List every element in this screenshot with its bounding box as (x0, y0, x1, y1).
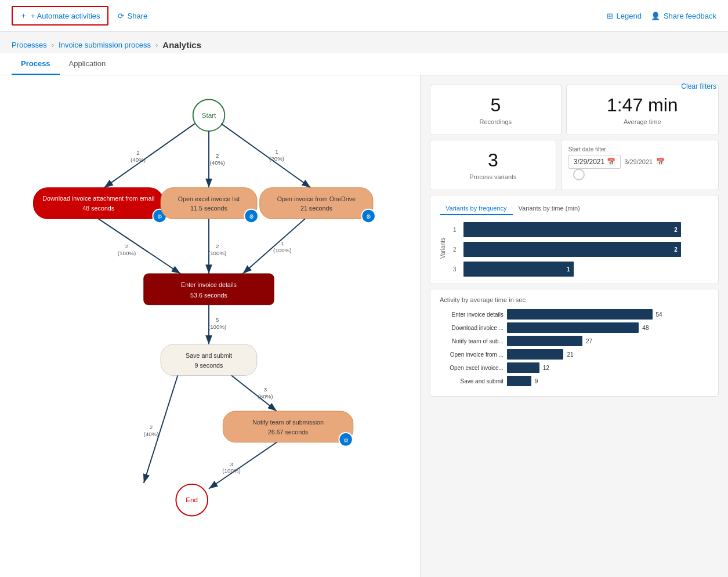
date-filter-card: Start date filter 3/29/2021 📅 3/29/2021 … (561, 140, 719, 190)
activity-label-3: Open invoice from ... (440, 351, 504, 358)
excel-time: 11.5 seconds (190, 205, 227, 212)
edge-label-start-download: 2 (136, 150, 139, 156)
variants-chart: Variants 1 2 2 2 (440, 222, 709, 277)
activity-bar-3 (507, 349, 563, 360)
bar-label-3: 3 (453, 266, 460, 273)
save-submit-label: Save and submit (186, 352, 232, 359)
download-time: 48 seconds (82, 205, 114, 212)
variants-value: 3 (442, 150, 544, 171)
activity-bar-4 (507, 362, 539, 373)
enter-details-time: 53.6 seconds (190, 292, 227, 299)
notify-node (223, 411, 353, 442)
edge-start-onedrive (221, 124, 310, 187)
activity-value-2: 27 (586, 338, 597, 344)
activity-bar-5 (507, 376, 531, 386)
activity-row-1: Download invoice ... 48 (440, 322, 709, 333)
enter-details-node (144, 274, 274, 305)
onedrive-label: Open invoice from OneDrive (277, 195, 356, 202)
legend-label: Legend (617, 12, 642, 20)
date-filter-label: Start date filter (568, 146, 711, 153)
breadcrumb-process-name[interactable]: Invoice submission process (59, 41, 151, 49)
activity-row-2: Notify team of sub... 27 (440, 336, 709, 346)
tab-process[interactable]: Process (12, 53, 60, 75)
clear-filters-button[interactable]: Clear filters (681, 82, 716, 90)
activity-chart-title: Activity by average time in sec (440, 296, 709, 303)
open-excel-node (161, 188, 257, 219)
edge-pct-enter-save: (100%) (208, 324, 226, 330)
activity-label-4: Open excel invoice... (440, 365, 504, 371)
edge-pct-notify-end: (100%) (222, 467, 240, 474)
recordings-value: 5 (442, 95, 549, 116)
edge-label-excel-enter: 2 (216, 243, 219, 249)
edge-label-start-onedrive: 1 (275, 148, 278, 155)
bar-value-3: 1 (567, 266, 570, 273)
activity-value-1: 48 (642, 325, 654, 331)
download-node (34, 188, 164, 219)
activity-value-0: 54 (656, 311, 668, 318)
feedback-icon: 👤 (651, 12, 660, 20)
breadcrumb: Processes › Invoice submission process ›… (0, 32, 728, 53)
onedrive-node (260, 188, 373, 219)
bar-value-1: 2 (674, 227, 678, 233)
date-from[interactable]: 3/29/2021 📅 (568, 155, 621, 169)
variants-section: Variants by frequency Variants by time (… (430, 195, 719, 284)
onedrive-time: 21 seconds (300, 205, 332, 212)
bar-value-2: 2 (674, 246, 678, 253)
download-icon: ⚙ (157, 213, 162, 220)
activity-row-3: Open invoice from ... 21 (440, 349, 709, 360)
date-separator: 3/29/2021 (624, 158, 653, 165)
legend-icon: ⊞ (607, 12, 613, 20)
date-from-value: 3/29/2021 (574, 158, 604, 166)
recordings-card: 5 Recordings (430, 85, 562, 135)
activity-row-0: Enter invoice details 54 (440, 309, 709, 320)
edge-pct-start-download: (40%) (131, 157, 146, 163)
bar-2: 2 (463, 242, 681, 257)
share-icon: ⟳ (118, 12, 124, 20)
onedrive-icon: ⚙ (366, 213, 371, 220)
activity-bar-1 (507, 322, 639, 333)
end-label: End (186, 496, 198, 503)
edge-onedrive-enter (243, 219, 305, 274)
edge-save-end (144, 376, 178, 483)
plus-icon: ＋ (20, 10, 27, 21)
date-filter-toggle[interactable] (573, 169, 585, 180)
edge-label-save-notify: 3 (264, 386, 267, 393)
start-label: Start (202, 111, 216, 119)
enter-details-label: Enter invoice details (181, 281, 237, 288)
avg-time-card: 1:47 min Average time (566, 85, 719, 135)
edge-pct-start-onedrive: (20%) (269, 155, 284, 162)
bar-row-2: 2 2 (453, 242, 709, 257)
breadcrumb-sep1: › (52, 41, 54, 49)
feedback-label: Share feedback (664, 12, 716, 20)
activity-value-3: 21 (567, 351, 578, 358)
legend-button[interactable]: ⊞ Legend (607, 12, 642, 20)
y-axis-label: Variants (440, 238, 446, 259)
share-button[interactable]: ⟳ Share (118, 12, 148, 20)
breadcrumb-sep2: › (155, 41, 158, 49)
activity-section: Activity by average time in sec Enter in… (430, 289, 719, 397)
tab-frequency[interactable]: Variants by frequency (440, 202, 513, 215)
notify-time: 26.67 seconds (268, 429, 309, 436)
edge-label-enter-save: 5 (216, 317, 219, 323)
edge-pct-start-excel: (40%) (210, 159, 225, 166)
diagram-area: Start 2 (40%) 2 (40%) 1 (20%) Download i… (0, 75, 421, 577)
activity-bar-2 (507, 336, 582, 346)
process-diagram: Start 2 (40%) 2 (40%) 1 (20%) Download i… (12, 87, 406, 551)
activity-label-5: Save and submit (440, 378, 504, 384)
activity-label-2: Notify team of sub... (440, 338, 504, 344)
edge-label-download-enter: 2 (125, 243, 128, 249)
share-label: Share (128, 12, 148, 20)
main-tabs: Process Application (0, 53, 728, 75)
tab-time[interactable]: Variants by time (min) (513, 202, 586, 215)
avg-time-label: Average time (578, 118, 707, 125)
avg-time-value: 1:47 min (578, 95, 707, 116)
automate-button[interactable]: ＋ + Automate activities (12, 6, 108, 26)
feedback-button[interactable]: 👤 Share feedback (651, 12, 716, 20)
activity-bar-0 (507, 309, 653, 320)
top-bar: ＋ + Automate activities ⟳ Share ⊞ Legend… (0, 0, 728, 32)
download-label: Download invoice attachment from email (42, 195, 154, 202)
tab-application[interactable]: Application (60, 53, 115, 75)
breadcrumb-processes[interactable]: Processes (12, 41, 47, 49)
calendar-icon2: 📅 (656, 158, 665, 166)
bar-label-2: 2 (453, 246, 460, 253)
